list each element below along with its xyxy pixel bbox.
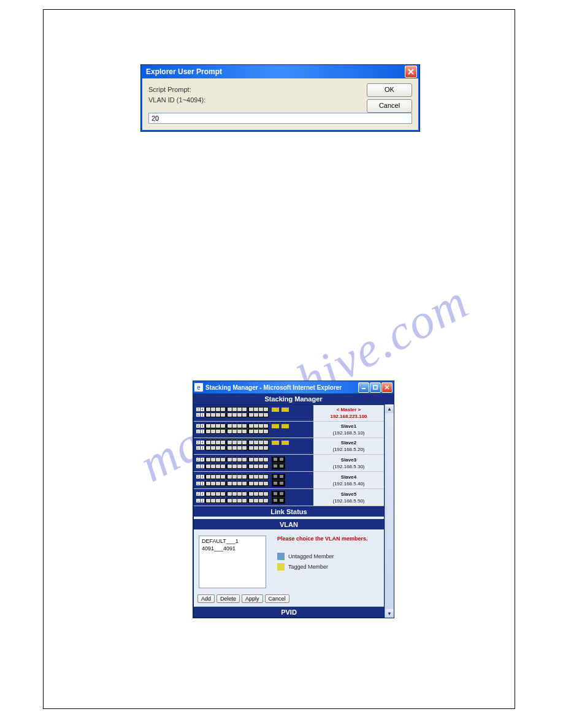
switch-label[interactable]: Slave2 (192.168.5.20)	[313, 438, 384, 454]
legend-untagged-label: Untagged Member	[288, 553, 334, 559]
prompt-titlebar[interactable]: Explorer User Prompt	[141, 65, 419, 78]
legend-untagged: Untagged Member	[277, 553, 379, 560]
cancel-button[interactable]: Cancel	[367, 99, 412, 113]
apply-button[interactable]: Apply	[242, 594, 263, 603]
switch-row[interactable]: 2413 Slave3 (192.168.5.30)	[194, 455, 384, 472]
switch-graphic[interactable]: 2413	[194, 455, 313, 471]
switch-label[interactable]: Slave5 (192.168.5.50)	[313, 489, 384, 506]
switch-graphic[interactable]: 2413	[194, 489, 313, 506]
pvid-bar: PVID	[194, 607, 384, 617]
vlan-right: Please choice the VLAN members. Untagged…	[277, 536, 379, 588]
switch-graphic[interactable]: 2413	[194, 472, 313, 488]
switch-row[interactable]: 2413 Slave2 (192.168.5.20)	[194, 438, 384, 455]
switch-row[interactable]: 2413 Slave4 (192.168.5.40)	[194, 472, 384, 489]
svg-rect-0	[373, 385, 377, 389]
switch-row[interactable]: 2413 Slave1 (192.168.5.10)	[194, 422, 384, 438]
vlan-message: Please choice the VLAN members.	[277, 536, 379, 542]
maximize-icon[interactable]	[370, 382, 381, 393]
stacking-header: Stacking Manager	[193, 393, 394, 404]
switch-label[interactable]: Slave1 (192.168.5.10)	[313, 422, 384, 438]
vlan-cancel-button[interactable]: Cancel	[265, 594, 289, 603]
switch-graphic[interactable]: 2413	[194, 438, 313, 454]
delete-button[interactable]: Delete	[216, 594, 240, 603]
scroll-up-icon[interactable]: ▲	[385, 404, 394, 413]
prompt-body: Script Prompt: VLAN ID (1~4094): OK Canc…	[141, 78, 419, 131]
stacking-window-title: Stacking Manager - Microsoft Internet Ex…	[205, 384, 342, 391]
vlan-header-bar: VLAN	[194, 519, 384, 529]
legend-tagged-label: Tagged Member	[288, 564, 328, 570]
vlan-buttons: Add Delete Apply Cancel	[194, 593, 384, 607]
switch-label[interactable]: < Master > 192.168.223.100	[313, 405, 384, 421]
window-close-icon[interactable]	[381, 382, 393, 393]
scrollbar[interactable]: ▲ ▼	[385, 404, 394, 618]
ok-button[interactable]: OK	[367, 83, 412, 97]
switch-row[interactable]: 2413 Slave5 (192.168.5.50)	[194, 489, 384, 506]
tagged-color-icon	[277, 563, 285, 571]
stacking-titlebar[interactable]: e Stacking Manager - Microsoft Internet …	[193, 381, 394, 393]
switch-label[interactable]: Slave4 (192.168.5.40)	[313, 472, 384, 488]
switch-label[interactable]: Slave3 (192.168.5.30)	[313, 455, 384, 471]
untagged-color-icon	[277, 553, 285, 560]
vlan-panel: DEFAULT___14091___4091 Please choice the…	[194, 529, 384, 593]
switch-graphic[interactable]: 2413	[194, 422, 313, 438]
prompt-input-wrap	[148, 113, 412, 124]
window-buttons	[358, 382, 393, 393]
explorer-prompt-dialog: Explorer User Prompt Script Prompt: VLAN…	[140, 64, 420, 132]
vlan-list-item[interactable]: DEFAULT___1	[202, 537, 263, 545]
prompt-title: Explorer User Prompt	[144, 67, 222, 76]
vlan-list-item[interactable]: 4091___4091	[202, 545, 263, 552]
stacking-manager-window: e Stacking Manager - Microsoft Internet …	[193, 381, 394, 618]
switch-graphic[interactable]: 2413	[194, 405, 313, 421]
vlan-id-input[interactable]	[148, 113, 412, 124]
ie-icon: e	[194, 383, 203, 392]
scroll-down-icon[interactable]: ▼	[385, 609, 394, 618]
minimize-icon[interactable]	[358, 382, 369, 393]
link-status-bar: Link Status	[194, 506, 384, 517]
switch-row[interactable]: 2413 < Master > 192.168.223.100	[194, 405, 384, 422]
vlan-list[interactable]: DEFAULT___14091___4091	[199, 536, 266, 588]
legend-tagged: Tagged Member	[277, 563, 379, 571]
stacking-main: 2413 < Master > 192.168.223.100 2413 Sla…	[193, 404, 385, 618]
add-button[interactable]: Add	[197, 594, 215, 603]
close-icon[interactable]	[405, 66, 417, 78]
prompt-buttons: OK Cancel	[367, 83, 412, 113]
